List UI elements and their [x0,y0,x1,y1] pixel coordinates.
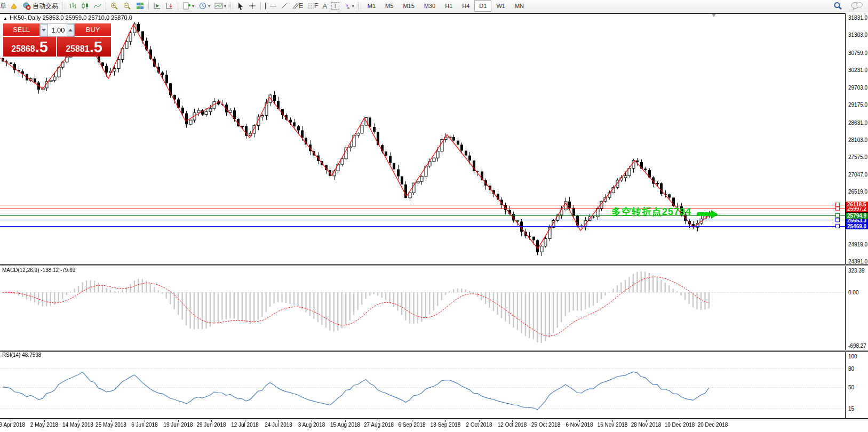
date-label: 20 Dec 2018 [698,422,728,428]
macd-axis-tick: 0.00 [848,290,858,295]
date-label: 3 Aug 2018 [298,422,325,428]
turning-point-annotation: 多空转折点25794 [611,205,691,218]
rsi-label: RSI(14) 48.7598 [2,352,41,358]
trendline-icon[interactable] [278,0,290,12]
orders-clipped-label[interactable]: 单 [0,2,7,11]
date-label: 28 Nov 2018 [631,422,662,428]
new-order-icon[interactable]: ▾ [180,0,196,12]
search-icon[interactable] [831,0,845,12]
macd-label: MACD(12,26,9) -138.12 -79.69 [2,267,75,273]
date-label: 14 May 2018 [62,422,93,428]
triangle-down-icon [42,29,46,31]
macd-axis-tick: -698.27 [848,343,866,349]
autotrading-button[interactable]: 自动交易 [20,0,60,12]
history-icon[interactable] [7,0,20,12]
arrows-icon[interactable]: ▾ [341,0,356,12]
rsi-axis-tick: 50 [848,385,854,390]
chart-shift-icon[interactable] [151,0,163,12]
sell-button[interactable]: SELL [3,23,39,37]
tab-h4[interactable]: H4 [457,0,474,12]
tab-mn[interactable]: MN [510,0,529,12]
tab-m1[interactable]: M1 [363,0,380,12]
tab-m30[interactable]: M30 [419,0,440,12]
horizontal-line-icon[interactable] [268,0,278,12]
rsi-axis-tick: 100 [848,354,857,359]
axis-tick: 29703.0 [848,85,867,91]
templates-icon[interactable]: ▾ [212,0,228,12]
date-label: 12 Jul 2018 [231,422,259,428]
volume-decrease-button[interactable] [40,24,48,36]
date-label: 25 Oct 2018 [531,422,560,428]
auto-scroll-icon[interactable] [163,0,176,12]
fibonacci-icon[interactable]: F [305,0,320,12]
period-clock-icon[interactable]: ▾ [196,0,212,12]
axis-tick: 30231.0 [848,67,867,73]
date-label: 6 Sep 2018 [398,422,425,428]
date-label: 2 May 2018 [30,422,58,428]
hline-price-label: 25794.9 [846,213,868,219]
candlestick-icon[interactable] [79,0,91,12]
tab-w1[interactable]: W1 [491,0,510,12]
volume-input[interactable] [48,24,67,36]
date-label: 2 Oct 2018 [466,422,492,428]
triangle-up-icon [68,29,73,31]
chat-icon[interactable] [849,0,865,12]
date-label: 10 Dec 2018 [665,422,695,428]
sell-price[interactable]: 25868.5 [3,37,57,57]
date-label: 24 Jul 2018 [265,422,292,428]
axis-tick: 28103.0 [848,137,867,143]
buy-button[interactable]: BUY [75,23,111,37]
pane-separator[interactable] [0,264,868,266]
tab-d1[interactable]: D1 [474,0,491,12]
buy-price[interactable]: 25881.5 [57,37,111,57]
zoom-in-icon[interactable] [108,0,121,12]
date-label: 15 Aug 2018 [330,422,360,428]
date-label: 16 Nov 2018 [598,422,628,428]
date-label: 19 Apr 2018 [0,422,25,428]
axis-tick: 27575.0 [848,154,867,160]
tab-m15[interactable]: M15 [398,0,419,12]
toolbar-grip [62,2,65,10]
tile-windows-icon[interactable] [134,0,146,12]
volume-increase-button[interactable] [67,24,75,36]
rsi-axis-tick: 15 [848,406,854,412]
axis-tick: 26519.0 [848,189,867,195]
one-click-trading-panel: SELL BUY 25868.5 25881.5 [3,23,111,57]
date-label: 27 Aug 2018 [364,422,394,428]
hline-price-label: 26118.5 [846,202,868,207]
date-label: 6 Nov 2018 [566,422,593,428]
zoom-out-icon[interactable] [121,0,134,12]
axis-tick: 28631.0 [848,120,867,126]
main-toolbar: 单 自动交易 ▾ ▾ [0,0,868,12]
vertical-line-icon[interactable] [263,0,268,12]
line-chart-icon[interactable] [91,0,103,12]
autotrading-label: 自动交易 [33,2,58,11]
date-label: 12 Oct 2018 [498,422,527,428]
axis-tick: 31831.0 [848,15,867,21]
pane-separator [0,418,868,420]
chart-title: ▲HK50-,Daily 25853.0 25959.0 25710.0 258… [3,14,132,21]
axis-tick: 29175.0 [848,102,867,108]
date-label: 18 Sep 2018 [431,422,461,428]
axis-tick: 24919.0 [848,242,867,247]
tab-m5[interactable]: M5 [380,0,398,12]
bar-chart-icon[interactable] [67,0,79,12]
price-axis[interactable]: 31831.0 31303.0 30759.0 30231.0 29703.0 … [846,12,868,432]
chart-window: ▲HK50-,Daily 25853.0 25959.0 25710.0 258… [0,12,868,432]
date-label: 6 Jun 2018 [131,422,158,428]
chart-shift-marker[interactable] [712,14,716,17]
text-label-icon[interactable]: T [329,0,341,12]
axis-tick: 30759.0 [848,50,867,56]
cursor-icon[interactable] [235,0,246,12]
date-label: 19 Jun 2018 [163,422,193,428]
text-icon[interactable]: A [320,0,329,12]
crosshair-icon[interactable] [246,0,258,12]
axis-tick: 27047.0 [848,172,867,178]
pane-separator[interactable] [0,350,868,352]
collapse-icon[interactable]: ▲ [3,16,7,21]
tab-h1[interactable]: H1 [440,0,457,12]
axis-tick: 31303.0 [848,32,867,38]
chart-canvas[interactable] [0,12,868,432]
rsi-axis-tick: 80 [848,366,854,372]
channel-icon[interactable]: E [290,0,305,12]
